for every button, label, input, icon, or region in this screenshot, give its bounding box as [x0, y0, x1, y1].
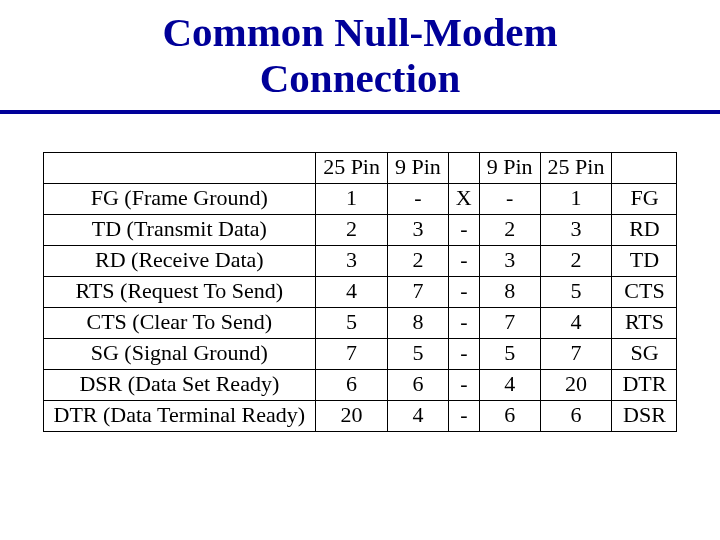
cell-signal-left: RTS (Request To Send): [43, 276, 316, 307]
col-header-25pin-right: 25 Pin: [540, 152, 612, 183]
cell-signal-left: CTS (Clear To Send): [43, 307, 316, 338]
cell-9pin-right: -: [479, 183, 540, 214]
cell-signal-right: DSR: [612, 400, 677, 431]
cell-signal-right: SG: [612, 338, 677, 369]
title-line-1: Common Null-Modem: [162, 9, 557, 55]
cell-9pin-left: 8: [387, 307, 448, 338]
cell-signal-left: SG (Signal Ground): [43, 338, 316, 369]
table-row: TD (Transmit Data) 2 3 - 2 3 RD: [43, 214, 677, 245]
cell-25pin-left: 7: [316, 338, 388, 369]
table-row: RD (Receive Data) 3 2 - 3 2 TD: [43, 245, 677, 276]
table-row: DTR (Data Terminal Ready) 20 4 - 6 6 DSR: [43, 400, 677, 431]
col-header-9pin-right: 9 Pin: [479, 152, 540, 183]
cell-9pin-left: 6: [387, 369, 448, 400]
title-divider: [0, 110, 720, 114]
cell-25pin-left: 5: [316, 307, 388, 338]
cell-cross: -: [448, 307, 479, 338]
cell-25pin-right: 6: [540, 400, 612, 431]
cell-signal-right: RD: [612, 214, 677, 245]
cell-cross: -: [448, 214, 479, 245]
cell-25pin-right: 20: [540, 369, 612, 400]
cell-signal-left: DSR (Data Set Ready): [43, 369, 316, 400]
cell-cross: -: [448, 369, 479, 400]
cell-signal-left: FG (Frame Ground): [43, 183, 316, 214]
cell-9pin-right: 6: [479, 400, 540, 431]
cell-signal-right: CTS: [612, 276, 677, 307]
cell-9pin-right: 3: [479, 245, 540, 276]
cell-9pin-right: 5: [479, 338, 540, 369]
null-modem-table: 25 Pin 9 Pin 9 Pin 25 Pin FG (Frame Grou…: [43, 152, 678, 432]
cell-9pin-left: 4: [387, 400, 448, 431]
cell-signal-left: RD (Receive Data): [43, 245, 316, 276]
col-header-signal-right: [612, 152, 677, 183]
cell-cross: -: [448, 276, 479, 307]
col-header-signal-left: [43, 152, 316, 183]
cell-signal-left: DTR (Data Terminal Ready): [43, 400, 316, 431]
cell-25pin-right: 2: [540, 245, 612, 276]
cell-25pin-left: 20: [316, 400, 388, 431]
cell-9pin-left: 2: [387, 245, 448, 276]
cell-signal-right: RTS: [612, 307, 677, 338]
table-container: 25 Pin 9 Pin 9 Pin 25 Pin FG (Frame Grou…: [0, 152, 720, 432]
table-row: RTS (Request To Send) 4 7 - 8 5 CTS: [43, 276, 677, 307]
table-row: DSR (Data Set Ready) 6 6 - 4 20 DTR: [43, 369, 677, 400]
cell-25pin-right: 3: [540, 214, 612, 245]
table-row: SG (Signal Ground) 7 5 - 5 7 SG: [43, 338, 677, 369]
cell-signal-right: TD: [612, 245, 677, 276]
col-header-cross: [448, 152, 479, 183]
cell-9pin-right: 4: [479, 369, 540, 400]
col-header-25pin-left: 25 Pin: [316, 152, 388, 183]
cell-9pin-left: -: [387, 183, 448, 214]
cell-9pin-right: 8: [479, 276, 540, 307]
cell-25pin-left: 1: [316, 183, 388, 214]
col-header-9pin-left: 9 Pin: [387, 152, 448, 183]
cell-25pin-left: 4: [316, 276, 388, 307]
cell-9pin-left: 3: [387, 214, 448, 245]
table-row: FG (Frame Ground) 1 - X - 1 FG: [43, 183, 677, 214]
cell-25pin-right: 5: [540, 276, 612, 307]
cell-cross: -: [448, 338, 479, 369]
cell-25pin-left: 2: [316, 214, 388, 245]
cell-25pin-left: 6: [316, 369, 388, 400]
table-header-row: 25 Pin 9 Pin 9 Pin 25 Pin: [43, 152, 677, 183]
cell-9pin-right: 7: [479, 307, 540, 338]
cell-25pin-right: 7: [540, 338, 612, 369]
title-line-2: Connection: [260, 55, 460, 101]
cell-25pin-left: 3: [316, 245, 388, 276]
slide-title: Common Null-Modem Connection: [0, 0, 720, 102]
cell-signal-left: TD (Transmit Data): [43, 214, 316, 245]
cell-25pin-right: 1: [540, 183, 612, 214]
cell-9pin-left: 7: [387, 276, 448, 307]
cell-9pin-left: 5: [387, 338, 448, 369]
cell-signal-right: DTR: [612, 369, 677, 400]
cell-25pin-right: 4: [540, 307, 612, 338]
cell-cross: X: [448, 183, 479, 214]
table-row: CTS (Clear To Send) 5 8 - 7 4 RTS: [43, 307, 677, 338]
cell-signal-right: FG: [612, 183, 677, 214]
cell-9pin-right: 2: [479, 214, 540, 245]
cell-cross: -: [448, 400, 479, 431]
cell-cross: -: [448, 245, 479, 276]
